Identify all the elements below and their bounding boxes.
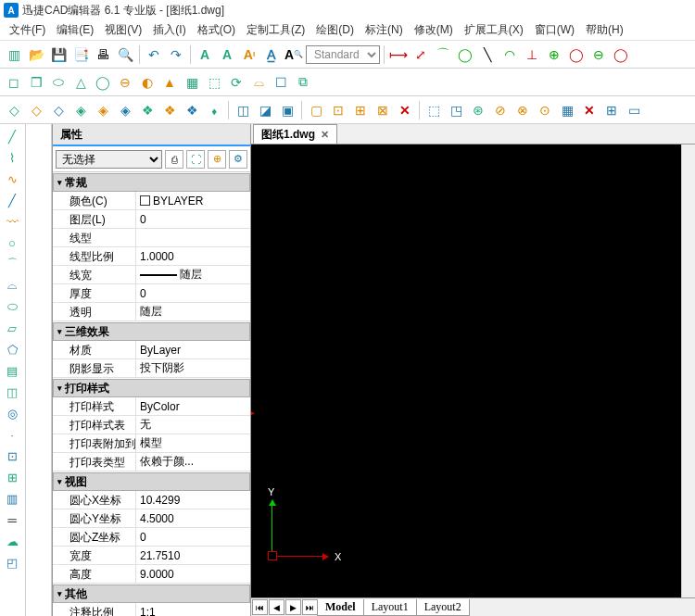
dim-linear-icon[interactable]: ⟼ — [388, 44, 409, 65]
save-icon[interactable]: 💾 — [48, 44, 69, 65]
property-row[interactable]: 透明随层 — [53, 303, 250, 321]
table-icon[interactable]: ▥ — [2, 488, 22, 509]
xline-icon[interactable]: 〰 — [2, 211, 22, 232]
property-value[interactable]: 9.0000 — [136, 565, 250, 583]
cylinder-icon[interactable]: ⬭ — [48, 72, 69, 93]
extrude-icon[interactable]: ⬚ — [204, 72, 224, 93]
box-icon[interactable]: ◻ — [4, 72, 24, 93]
snap3-icon[interactable]: ▣ — [277, 100, 297, 120]
view-hatch-icon[interactable]: ▦ — [557, 100, 577, 120]
tab-prev-icon[interactable]: ◀ — [269, 599, 284, 615]
close-icon[interactable]: ✕ — [321, 129, 329, 141]
layer9-icon[interactable]: ❖ — [182, 100, 202, 120]
hatch-icon[interactable]: ▤ — [2, 360, 22, 381]
property-row[interactable]: 圆心X坐标10.4299 — [53, 491, 250, 509]
new-icon[interactable]: ▥ — [4, 44, 24, 65]
view-shade-icon[interactable]: ⊙ — [535, 100, 555, 120]
property-row[interactable]: 高度9.0000 — [53, 565, 250, 584]
property-row[interactable]: 线宽随层 — [53, 266, 250, 284]
dim-ordinate-icon[interactable]: ⊥ — [522, 44, 542, 65]
snap-end-icon[interactable]: ▢ — [306, 100, 326, 120]
open-icon[interactable]: 📂 — [26, 44, 46, 65]
tab-first-icon[interactable]: ⏮ — [252, 599, 268, 615]
settings-icon[interactable]: ⚙ — [229, 150, 247, 169]
snap-int-icon[interactable]: ⊠ — [373, 100, 393, 120]
rect-icon[interactable]: ▱ — [2, 318, 22, 338]
layout-tab-model[interactable]: Model — [317, 599, 364, 616]
wedge-icon[interactable]: ◐ — [137, 72, 158, 93]
doc-tab-1[interactable]: 图纸1.dwg ✕ — [253, 124, 337, 144]
property-value[interactable]: 0 — [136, 528, 250, 546]
dim-angular-icon[interactable]: ◠ — [499, 44, 520, 65]
property-value[interactable]: 21.7510 — [136, 547, 250, 564]
layer3-icon[interactable]: ◇ — [48, 100, 69, 120]
snap1-icon[interactable]: ◫ — [233, 100, 253, 120]
wipeout-icon[interactable]: ◰ — [2, 552, 22, 572]
property-row[interactable]: 圆心Y坐标4.5000 — [53, 509, 250, 528]
property-row[interactable]: 线型 — [53, 229, 250, 247]
property-row[interactable]: 打印样式表无 — [53, 416, 250, 434]
dim-radius-icon[interactable]: ◯ — [455, 44, 475, 65]
property-row[interactable]: 打印表类型依赖于颜... — [53, 453, 250, 471]
property-value[interactable] — [136, 229, 250, 246]
layer1-icon[interactable]: ◇ — [4, 100, 24, 120]
sphere-icon[interactable]: ◯ — [93, 72, 113, 93]
menu-help[interactable]: 帮助(H) — [580, 20, 629, 40]
property-row[interactable]: 线型比例1.0000 — [53, 247, 250, 266]
tab-last-icon[interactable]: ⏭ — [302, 599, 318, 615]
view-wire-icon[interactable]: ⊘ — [490, 100, 511, 120]
property-row[interactable]: 打印样式ByColor — [53, 397, 250, 416]
text-a2-icon[interactable]: A — [217, 44, 237, 65]
view-iso-icon[interactable]: ⬚ — [423, 100, 444, 120]
viewport[interactable]: ▸ X Y — [251, 145, 681, 597]
cube-icon[interactable]: ❒ — [26, 72, 46, 93]
spline-icon[interactable]: ∿ — [2, 169, 22, 189]
property-value[interactable]: 0 — [136, 284, 250, 302]
menu-view[interactable]: 视图(V) — [99, 20, 147, 40]
property-row[interactable]: 注释比例1:1 — [53, 603, 250, 616]
snap-mid-icon[interactable]: ⊡ — [328, 100, 348, 120]
selection-filter[interactable]: 无选择 — [56, 150, 162, 169]
quick-select-icon[interactable]: ⛶ — [186, 150, 205, 169]
dim-diameter-icon[interactable]: ╲ — [477, 44, 498, 65]
region-icon[interactable]: ◫ — [2, 382, 22, 402]
property-value[interactable]: ByColor — [136, 397, 250, 415]
layout-tab-1[interactable]: Layout1 — [363, 599, 417, 616]
group-header[interactable]: 常规 — [53, 173, 250, 192]
property-value[interactable]: BYLAYER — [136, 192, 250, 209]
dim-center-icon[interactable]: ⊕ — [544, 44, 564, 65]
menu-file[interactable]: 文件(F) — [4, 20, 51, 40]
sweep-icon[interactable]: ⌓ — [248, 72, 269, 93]
redo-icon[interactable]: ↷ — [166, 44, 186, 65]
property-row[interactable]: 宽度21.7510 — [53, 547, 250, 565]
property-row[interactable]: 圆心Z坐标0 — [53, 528, 250, 547]
vertical-scrollbar[interactable] — [681, 145, 695, 597]
menu-dimension[interactable]: 标注(N) — [360, 20, 409, 40]
property-value[interactable]: 依赖于颜... — [136, 453, 250, 471]
menu-edit[interactable]: 编辑(E) — [51, 20, 99, 40]
toggle-pim-icon[interactable]: ⎙ — [165, 150, 183, 169]
menu-window[interactable]: 窗口(W) — [529, 20, 580, 40]
view-del-icon[interactable]: ✕ — [579, 100, 600, 120]
layer2-icon[interactable]: ◇ — [26, 100, 46, 120]
property-value[interactable]: 10.4299 — [136, 491, 250, 509]
layer8-icon[interactable]: ❖ — [159, 100, 180, 120]
property-value[interactable]: 1:1 — [136, 603, 250, 616]
group-header[interactable]: 其他 — [53, 585, 250, 603]
menu-format[interactable]: 格式(O) — [192, 20, 241, 40]
ellipse-icon[interactable]: ⬭ — [2, 296, 22, 317]
block-icon[interactable]: ⊡ — [2, 446, 22, 466]
text-a-icon[interactable]: A — [195, 44, 215, 65]
property-value[interactable]: 无 — [136, 416, 250, 434]
view-top-icon[interactable]: ◳ — [446, 100, 466, 120]
slice-icon[interactable]: ⧉ — [293, 72, 313, 93]
dim-aligned-icon[interactable]: ⤢ — [411, 44, 431, 65]
property-value[interactable]: 随层 — [136, 303, 250, 321]
arc-icon[interactable]: ⌒ — [2, 254, 22, 274]
property-value[interactable]: 投下阴影 — [136, 359, 250, 377]
layer10-icon[interactable]: ⬧ — [204, 100, 224, 120]
revcloud-icon[interactable]: ☁ — [2, 531, 22, 551]
group-header[interactable]: 视图 — [53, 472, 250, 491]
saveas-icon[interactable]: 📑 — [70, 44, 91, 65]
view-hide-icon[interactable]: ⊗ — [512, 100, 533, 120]
